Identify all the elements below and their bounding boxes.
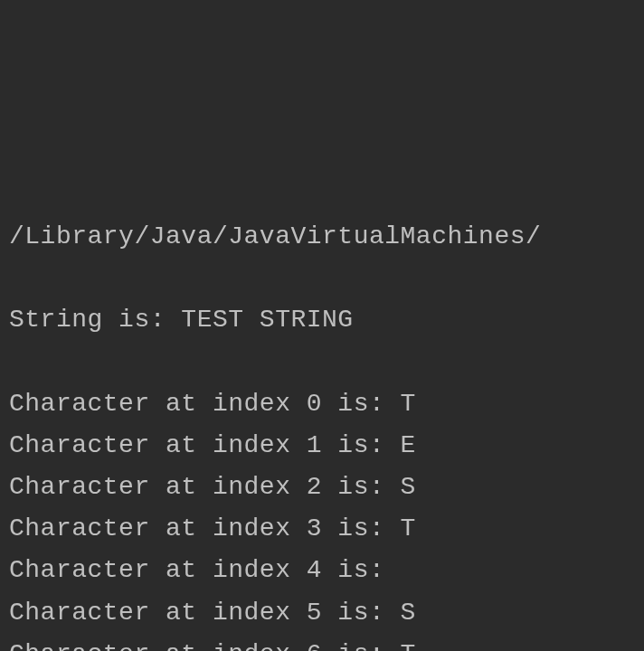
char-at-index-line: Character at index 2 is: S: [9, 467, 635, 508]
console-output: /Library/Java/JavaVirtualMachines/ Strin…: [9, 175, 635, 651]
char-at-index-line: Character at index 3 is: T: [9, 508, 635, 550]
string-is-line: String is: TEST STRING: [9, 299, 635, 341]
char-at-index-line: Character at index 0 is: T: [9, 383, 635, 425]
char-at-index-line: Character at index 6 is: T: [9, 634, 635, 651]
char-at-index-line: Character at index 5 is: S: [9, 592, 635, 634]
path-line: /Library/Java/JavaVirtualMachines/: [9, 216, 635, 258]
char-at-index-line: Character at index 4 is:: [9, 550, 635, 591]
char-at-index-line: Character at index 1 is: E: [9, 425, 635, 467]
